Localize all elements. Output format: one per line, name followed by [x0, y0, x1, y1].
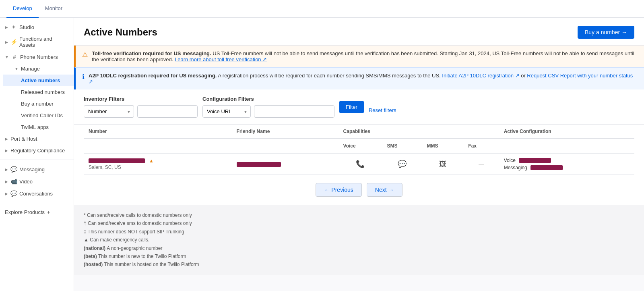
sidebar-video-label: Video: [19, 179, 33, 185]
sidebar-manage-group: ▼ Manage Active numbers Released numbers…: [0, 63, 74, 133]
buy-number-button[interactable]: Buy a number →: [578, 26, 634, 39]
sidebar-item-video[interactable]: ▶ 📹 Video: [0, 175, 74, 187]
explore-products-button[interactable]: Explore Products +: [0, 206, 74, 218]
footnote-hosted-symbol: (hosted): [84, 262, 104, 267]
sidebar-messaging-label: Messaging: [19, 166, 45, 173]
config-filter-group: Configuration Filters Voice URL SMS URL …: [202, 96, 334, 118]
chevron-right-icon: ▶: [5, 167, 8, 172]
voice-capability-cell: 📞: [339, 153, 382, 175]
sidebar-item-regulatory[interactable]: ▶ Regulatory Compliance: [0, 145, 74, 156]
col-mms: MMS: [422, 139, 464, 153]
sidebar-item-released-numbers[interactable]: Released numbers: [3, 86, 74, 98]
top-nav: Develop Monitor: [0, 0, 644, 18]
chevron-right-icon: ▶: [5, 40, 8, 44]
config-voice-label: Voice: [504, 158, 516, 163]
mms-icon: 🖼: [439, 160, 446, 168]
footnote-beta-text: This number is new to the Twilio Platfor…: [98, 254, 186, 259]
sidebar-item-port-host[interactable]: ▶ Port & Host: [0, 133, 74, 145]
manage-label: Manage: [21, 66, 40, 72]
config-filter-input[interactable]: [254, 105, 334, 118]
studio-icon: ✦: [10, 24, 17, 30]
footnote-emergency-text: Can make emergency calls.: [90, 237, 149, 243]
previous-button[interactable]: ← Previous: [316, 183, 361, 197]
reset-filters-button[interactable]: Reset filters: [369, 107, 396, 113]
sidebar-item-studio[interactable]: ▶ ✦ Studio: [0, 21, 74, 33]
next-button[interactable]: Next →: [367, 183, 402, 197]
config-select-wrapper: Voice URL SMS URL MMS URL Fax URL ▼: [202, 105, 251, 118]
sidebar-item-verified-caller[interactable]: Verified Caller IDs: [3, 110, 74, 121]
toll-free-learn-more-link[interactable]: Learn more about toll free verification …: [175, 56, 267, 62]
number-redacted-value: [89, 158, 145, 163]
footnote-beta-symbol: (beta): [84, 254, 98, 259]
mms-capability-cell: 🖼: [422, 153, 464, 175]
inventory-select[interactable]: Number Friendly Name Capabilities: [84, 105, 134, 118]
filter-inputs-row: Inventory Filters Number Friendly Name C…: [84, 96, 634, 118]
toll-free-alert: ⚠ Toll-free verification required for US…: [74, 46, 644, 67]
col-capabilities: Capabilities: [339, 125, 499, 139]
conversations-icon: 💬: [10, 190, 17, 197]
col-number: Number: [84, 125, 232, 139]
sidebar-port-host-label: Port & Host: [10, 136, 37, 142]
config-messaging-redacted: [530, 165, 563, 170]
sidebar-phone-numbers-label: Phone Numbers: [20, 54, 58, 60]
a2p-alert-bold: A2P 10DLC registration required for US m…: [89, 73, 217, 79]
footnote-national-symbol: (national): [84, 245, 107, 251]
active-config-cell: Voice Messaging: [499, 153, 634, 175]
a2p-alert-body: A registration process will be required …: [218, 73, 440, 79]
footnote-star: *: [84, 212, 87, 218]
sidebar-conversations-label: Conversations: [19, 191, 53, 197]
footer-notes: * Can send/receive calls to domestic num…: [74, 205, 644, 275]
config-voice-redacted: [519, 158, 551, 163]
tab-monitor[interactable]: Monitor: [39, 0, 69, 18]
col-sms: SMS: [382, 139, 422, 153]
plus-icon: +: [47, 209, 50, 215]
footnote-beta: (beta) This number is new to the Twilio …: [84, 252, 634, 260]
col-friendly-name: Friendly Name: [232, 125, 339, 139]
a2p-register-link[interactable]: Initiate A2P 10DLC registration ↗: [442, 73, 519, 79]
page-header: Active Numbers Buy a number →: [74, 18, 644, 46]
sidebar-item-phone-numbers[interactable]: ▼ # Phone Numbers: [0, 51, 74, 63]
table-sub-header-row: Voice SMS MMS Fax: [84, 139, 634, 153]
table-header-row: Number Friendly Name Capabilities Active…: [84, 125, 634, 139]
toll-free-alert-bold: Toll-free verification required for US m…: [92, 50, 211, 56]
footnote-national: (national) A non-geographic number: [84, 244, 634, 252]
sidebar-studio-label: Studio: [19, 24, 34, 30]
footnote-calls: * Can send/receive calls to domestic num…: [84, 211, 634, 219]
sidebar-manage-label[interactable]: ▼ Manage: [3, 63, 74, 75]
phone-icon: 📞: [356, 160, 365, 168]
hash-icon: #: [11, 54, 18, 60]
footnote-sms: † Can send/receive sms to domestic numbe…: [84, 219, 634, 227]
footnote-triangle: ▲: [84, 237, 90, 243]
inventory-filter-label: Inventory Filters: [84, 96, 198, 102]
fax-unavailable-icon: —: [479, 161, 484, 167]
footnote-calls-text: Can send/receive calls to domestic numbe…: [87, 212, 192, 218]
footnote-sip-text: This number does NOT support SIP Trunkin…: [88, 229, 184, 235]
chevron-right-icon: ▶: [5, 179, 8, 184]
warning-icon: ▲: [149, 158, 154, 164]
footnote-national-text: A non-geographic number: [107, 245, 162, 251]
filter-button[interactable]: Filter: [339, 101, 364, 113]
number-cell[interactable]: ▲ Salem, SC, US: [84, 153, 232, 175]
chevron-right-icon: ▶: [5, 137, 8, 141]
footnote-double-dagger: ‡: [84, 229, 88, 235]
col-voice: Voice: [339, 139, 382, 153]
numbers-table-section: Number Friendly Name Capabilities Active…: [74, 125, 644, 175]
sidebar-item-buy-number[interactable]: Buy a number: [3, 98, 74, 110]
main-content: Active Numbers Buy a number → ⚠ Toll-fre…: [74, 18, 644, 291]
sidebar-item-twiml-apps[interactable]: TwiML apps: [3, 121, 74, 133]
inventory-filter-input[interactable]: [137, 105, 198, 118]
sidebar-item-active-numbers[interactable]: Active numbers: [3, 75, 74, 86]
page-title: Active Numbers: [84, 27, 157, 38]
config-select[interactable]: Voice URL SMS URL MMS URL Fax URL: [202, 105, 251, 118]
numbers-table: Number Friendly Name Capabilities Active…: [84, 125, 634, 175]
sidebar-item-conversations[interactable]: ▶ 💬 Conversations: [0, 187, 74, 200]
table-row: ▲ Salem, SC, US 📞 💬: [84, 153, 634, 175]
sidebar-item-functions[interactable]: ▶ ⚡ Functions and Assets: [0, 33, 74, 51]
footnote-emergency: ▲ Can make emergency calls.: [84, 236, 634, 244]
tab-develop[interactable]: Develop: [6, 0, 39, 18]
chevron-down-icon: ▼: [14, 67, 19, 71]
footnote-hosted: (hosted) This number is hosted on the Tw…: [84, 260, 634, 268]
sidebar-item-messaging[interactable]: ▶ 💬 Messaging: [0, 163, 74, 175]
col-number-sub: [84, 139, 232, 153]
explore-label: Explore Products: [5, 209, 45, 215]
